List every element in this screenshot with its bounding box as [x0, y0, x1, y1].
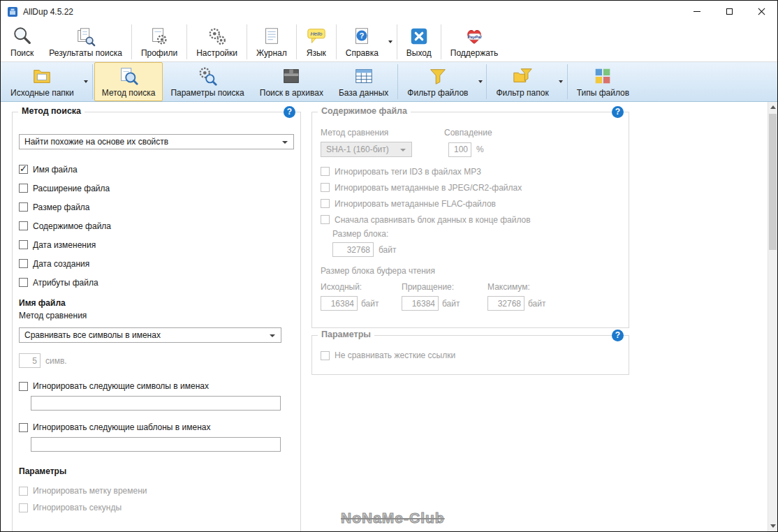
- content-compare-label: Метод сравнения: [321, 128, 444, 138]
- nav-button-file-types[interactable]: Типы файлов: [569, 62, 637, 101]
- nav-button-search-options[interactable]: Параметры поиска: [163, 62, 251, 101]
- nav-button-label: База данных: [339, 88, 388, 98]
- search-results-icon: [75, 26, 96, 47]
- checkbox-date-modified[interactable]: Дата изменения: [19, 235, 294, 254]
- scroll-thumb[interactable]: [769, 114, 777, 250]
- left-options-section-title: Параметры: [19, 466, 294, 476]
- checkbox-date-created[interactable]: Дата создания: [19, 254, 294, 273]
- toolbar-button-label: Язык: [307, 48, 326, 58]
- checkbox-file-size[interactable]: Размер файла: [19, 198, 294, 216]
- checkbox-ignore-chars[interactable]: Игнорировать следующие символы в именах: [19, 381, 294, 391]
- paypal-icon-text: PayPal: [468, 34, 482, 38]
- toolbar-separator: [247, 24, 247, 59]
- checkbox-ignore-patterns[interactable]: Игнорировать следующие шаблоны в именах: [19, 422, 294, 432]
- toolbar-button-language[interactable]: Hello Язык: [298, 22, 335, 61]
- checkbox-label: Не сравнивать жесткие ссылки: [335, 350, 455, 360]
- toolbar-separator: [92, 64, 93, 99]
- toolbar-button-settings[interactable]: Настройки: [189, 22, 245, 61]
- close-icon: [757, 7, 766, 16]
- checkbox-label: Дата изменения: [33, 240, 96, 250]
- checkbox-box: [321, 351, 330, 360]
- nav-button-database[interactable]: База данных: [331, 62, 396, 101]
- toolbar-button-exit[interactable]: Выход: [399, 22, 439, 61]
- toolbar-button-search[interactable]: Поиск: [3, 22, 41, 61]
- titlebar: AllDup 4.5.22: [1, 1, 777, 22]
- buffer-initial-label: Исходный:: [321, 282, 402, 292]
- checkbox-file-extension[interactable]: Расширение файла: [19, 179, 294, 198]
- toolbar-button-label: Настройки: [196, 48, 237, 58]
- toolbar-button-profiles[interactable]: Профили: [133, 22, 185, 61]
- scroll-down-button[interactable]: [768, 521, 777, 531]
- read-buffer-title: Размер блока буфера чтения: [321, 266, 620, 276]
- nav-button-file-filter[interactable]: Фильтр файлов: [399, 62, 476, 101]
- help-badge-icon[interactable]: ?: [612, 106, 624, 118]
- checkbox-label: Игнорировать метаданные в JPEG/CR2-файла…: [335, 183, 522, 193]
- toolbar-button-donate[interactable]: PayPal Поддержать: [443, 22, 506, 61]
- nav-button-source-folders[interactable]: Исходные папки: [3, 62, 82, 101]
- checkbox-box: [19, 503, 28, 512]
- help-dropdown-arrow-icon[interactable]: [386, 22, 395, 61]
- window-controls: [681, 1, 777, 22]
- toolbar-button-search-results[interactable]: Результаты поиска: [41, 22, 130, 61]
- maximize-icon: [726, 8, 733, 15]
- toolbar-main: Поиск Результаты поиска Профили: [1, 22, 777, 62]
- toolbar-button-log[interactable]: Журнал: [249, 22, 295, 61]
- match-unit-label: %: [476, 145, 484, 154]
- checkbox-box: [19, 184, 28, 193]
- toolbar-separator: [441, 24, 441, 59]
- file-filter-dropdown-icon[interactable]: [476, 62, 485, 101]
- scroll-up-button[interactable]: [768, 102, 777, 112]
- nav-button-search-method[interactable]: Метод поиска: [94, 62, 163, 101]
- toolbar-separator: [186, 24, 187, 59]
- search-method-icon: [118, 66, 139, 87]
- search-method-select[interactable]: Найти похожие на основе их свойств: [19, 134, 294, 149]
- nav-button-archive-search[interactable]: Поиск в архивах: [252, 62, 331, 101]
- buffer-increment-input: [402, 296, 439, 311]
- file-types-icon: [592, 66, 613, 87]
- bytes-unit-label: байт: [528, 299, 545, 309]
- toolbar-separator: [296, 24, 297, 59]
- toolbar-button-label: Поддержать: [450, 48, 499, 58]
- archive-icon: [281, 66, 302, 87]
- block-size-label: Размер блока:: [332, 229, 620, 239]
- checkbox-file-name[interactable]: Имя файла: [19, 160, 294, 179]
- buffer-increment-label: Приращение:: [402, 282, 487, 292]
- checkbox-label: Имя файла: [33, 165, 78, 175]
- help-badge-icon[interactable]: ?: [284, 106, 295, 118]
- match-percent-input: [448, 142, 471, 157]
- ignore-chars-input[interactable]: [31, 396, 281, 411]
- toolbar-button-help[interactable]: ? Справка: [338, 22, 386, 61]
- source-folders-dropdown-icon[interactable]: [82, 62, 91, 101]
- checkbox-hard-links: Не сравнивать жесткие ссылки: [321, 350, 620, 360]
- nav-button-folder-filter[interactable]: Фильтр папок: [488, 62, 556, 101]
- folder-filter-dropdown-icon[interactable]: [557, 62, 566, 101]
- min-chars-unit-label: симв.: [45, 356, 67, 366]
- help-badge-icon[interactable]: ?: [612, 330, 624, 341]
- ignore-patterns-input[interactable]: [31, 437, 281, 452]
- file-content-group: Содержимое файла ? Метод сравнения Совпа…: [311, 112, 629, 328]
- scrollbar[interactable]: [768, 102, 777, 531]
- toolbar-separator: [567, 64, 568, 99]
- maximize-button[interactable]: [713, 1, 745, 22]
- checkbox-box: [19, 259, 28, 268]
- checkbox-file-content[interactable]: Содержимое файла: [19, 216, 294, 235]
- database-icon: [353, 66, 374, 87]
- content-compare-select: SHA-1 (160-бит): [321, 142, 412, 157]
- compare-method-label: Метод сравнения: [19, 311, 294, 320]
- checkbox-label: Атрибуты файла: [33, 278, 98, 288]
- checkbox-box: [19, 202, 28, 212]
- minimize-button[interactable]: [681, 1, 713, 22]
- alldup-logo-icon: [7, 6, 18, 17]
- search-options-icon: [197, 66, 218, 87]
- bytes-unit-label: байт: [442, 299, 460, 309]
- close-button[interactable]: [745, 1, 777, 22]
- search-icon: [12, 26, 33, 47]
- checkbox-label: Расширение файла: [33, 184, 110, 193]
- watermark: NoNaMe-Club: [341, 510, 445, 526]
- toolbar-button-label: Профили: [141, 48, 177, 58]
- name-compare-select[interactable]: Сравнивать все символы в именах: [19, 327, 281, 343]
- app-window: AllDup 4.5.22 Поиск Результаты п: [0, 0, 778, 532]
- nav-button-label: Типы файлов: [577, 88, 629, 98]
- checkbox-file-attributes[interactable]: Атрибуты файла: [19, 273, 294, 292]
- checkbox-box: [19, 487, 28, 496]
